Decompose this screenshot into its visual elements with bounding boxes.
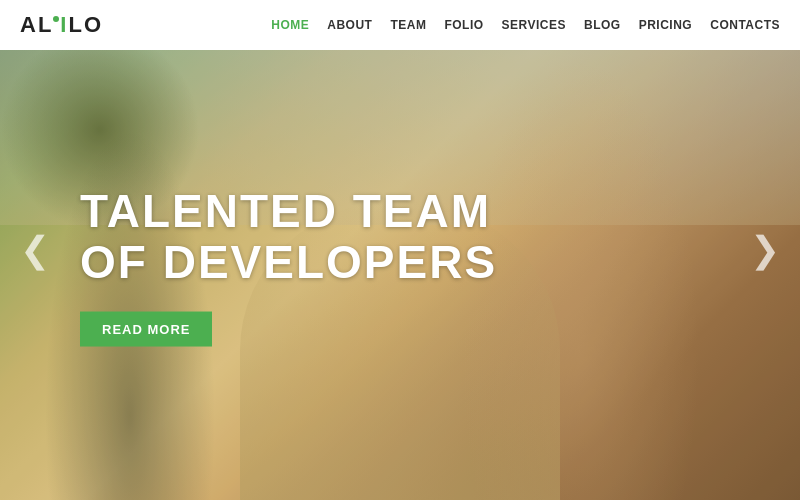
nav-team[interactable]: TEAM — [390, 18, 426, 32]
main-nav: HOME ABOUT TEAM FOLIO SERVICES BLOG PRIC… — [271, 18, 780, 32]
next-slide-arrow[interactable]: ❯ — [740, 219, 790, 281]
prev-slide-arrow[interactable]: ❮ — [10, 219, 60, 281]
logo-text-al: AL — [20, 12, 53, 38]
logo-text-lo: LO — [68, 12, 103, 38]
nav-services[interactable]: SERVICES — [502, 18, 566, 32]
nav-home[interactable]: HOME — [271, 18, 309, 32]
nav-folio[interactable]: FOLIO — [444, 18, 483, 32]
site-logo[interactable]: ALILO — [20, 12, 103, 38]
nav-pricing[interactable]: PRICING — [639, 18, 693, 32]
nav-blog[interactable]: BLOG — [584, 18, 621, 32]
read-more-button[interactable]: READ MORE — [80, 312, 212, 347]
logo-dot — [53, 16, 59, 22]
site-header: ALILO HOME ABOUT TEAM FOLIO SERVICES BLO… — [0, 0, 800, 50]
logo-text-i: I — [60, 12, 68, 38]
hero-title: TALENTED TEAM OF DEVELOPERS — [80, 186, 497, 287]
nav-about[interactable]: ABOUT — [327, 18, 372, 32]
nav-contacts[interactable]: CONTACTS — [710, 18, 780, 32]
